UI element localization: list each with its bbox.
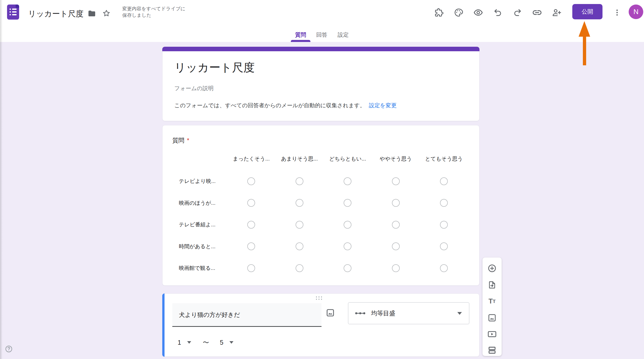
radio-button[interactable] [247, 242, 255, 250]
question-type-value: 均等目盛 [371, 309, 395, 317]
radio-button[interactable] [392, 199, 400, 207]
question-text-value: 犬より猫の方が好きだ [179, 311, 240, 319]
required-asterisk: * [187, 137, 189, 144]
radio-button[interactable] [296, 177, 303, 185]
scale-separator: 〜 [203, 337, 209, 347]
app-bar: リッカート尺度 変更内容をすべてドライブに 保存しました [0, 0, 644, 42]
grid-row: 時間があると... [172, 236, 468, 258]
add-video-icon[interactable] [487, 329, 497, 339]
radio-button[interactable] [440, 242, 448, 250]
scale-from-value[interactable]: 1 [178, 337, 181, 347]
save-status-line2: 保存しました [122, 12, 185, 19]
grid-question-card[interactable]: 質問* まったくそう... あまりそう思... どちらともい... ややそう思う… [162, 125, 479, 286]
row-label: テレビ番組よ... [172, 221, 227, 228]
form-description-placeholder[interactable]: フォームの説明 [174, 85, 214, 92]
radio-button[interactable] [247, 177, 255, 185]
star-icon[interactable] [102, 9, 111, 18]
radio-button[interactable] [344, 221, 351, 229]
scale-to-dropdown-icon[interactable] [229, 341, 233, 344]
theme-palette-icon[interactable] [453, 7, 465, 19]
radio-button[interactable] [247, 221, 255, 229]
active-tab-indicator [291, 40, 310, 42]
account-avatar[interactable]: N [629, 5, 643, 19]
column-header: どちらともい... [324, 154, 372, 164]
window-edge-shadow [0, 0, 3, 359]
theme-color-bar [162, 47, 479, 51]
radio-button[interactable] [440, 177, 448, 185]
scale-from-dropdown-icon[interactable] [187, 341, 191, 344]
radio-button[interactable] [440, 221, 448, 229]
google-forms-editor: リッカート尺度 変更内容をすべてドライブに 保存しました [0, 0, 644, 359]
pointer-arrow [577, 20, 592, 68]
radio-button[interactable] [296, 221, 303, 229]
radio-button[interactable] [296, 199, 303, 207]
redo-icon[interactable] [511, 7, 524, 19]
grid-row: テレビより映... [172, 170, 468, 192]
tab-settings[interactable]: 設定 [338, 31, 349, 39]
document-title[interactable]: リッカート尺度 [28, 9, 84, 19]
grid-row: 映画のほうが... [172, 192, 468, 214]
grid-row: 映画館で観る... [172, 257, 468, 279]
undo-icon[interactable] [492, 7, 504, 19]
question-title: 質問* [172, 136, 189, 144]
form-header-card: リッカート尺度 フォームの説明 このフォームでは、すべての回答者からのメールが自… [162, 47, 479, 121]
save-status-line1: 変更内容をすべてドライブに [122, 6, 185, 12]
grid-column-headers: まったくそう... あまりそう思... どちらともい... ややそう思う とても… [227, 154, 468, 164]
active-card-indicator [162, 293, 165, 357]
extensions-icon[interactable] [433, 7, 445, 19]
row-label: テレビより映... [172, 178, 227, 185]
add-collaborator-icon[interactable] [551, 7, 563, 19]
radio-button[interactable] [344, 242, 351, 250]
email-collection-note: このフォームでは、すべての回答者からのメールが自動的に収集されます。設定を変更 [174, 102, 397, 109]
row-label: 映画館で観る... [172, 265, 227, 272]
question-text-input[interactable]: 犬より猫の方が好きだ [172, 303, 321, 327]
google-forms-logo-icon[interactable] [7, 5, 19, 20]
add-title-icon[interactable]: TT [487, 296, 497, 306]
form-title[interactable]: リッカート尺度 [174, 60, 255, 75]
radio-button[interactable] [344, 177, 351, 185]
radio-button[interactable] [296, 264, 303, 272]
column-header: あまりそう思... [275, 154, 324, 164]
question-toolbar: TT [482, 258, 502, 356]
scale-to-value[interactable]: 5 [220, 337, 223, 347]
radio-button[interactable] [344, 199, 351, 207]
radio-button[interactable] [392, 264, 400, 272]
preview-eye-icon[interactable] [472, 7, 484, 19]
copy-link-icon[interactable] [531, 7, 543, 19]
add-image-icon[interactable] [487, 313, 497, 323]
active-question-card[interactable]: 犬より猫の方が好きだ 均等目盛 1 〜 5 [162, 293, 479, 357]
more-menu-icon[interactable] [611, 7, 623, 19]
add-question-icon[interactable] [487, 263, 497, 273]
grid-row: テレビ番組よ... [172, 214, 468, 236]
publish-button[interactable]: 公開 [572, 4, 602, 19]
save-status: 変更内容をすべてドライブに 保存しました [122, 6, 185, 19]
tab-questions[interactable]: 質問 [295, 31, 306, 39]
radio-button[interactable] [392, 242, 400, 250]
add-section-icon[interactable] [487, 345, 497, 355]
column-header: ややそう思う [372, 154, 420, 164]
import-questions-icon[interactable] [487, 280, 497, 290]
radio-button[interactable] [296, 242, 303, 250]
row-label: 映画のほうが... [172, 199, 227, 207]
chevron-down-icon [457, 312, 462, 315]
grid-rows: テレビより映... 映画のほうが... テレビ番組よ... [172, 170, 468, 279]
radio-button[interactable] [247, 264, 255, 272]
row-label: 時間があると... [172, 243, 227, 250]
add-image-to-question-icon[interactable] [324, 307, 336, 319]
linear-scale-icon [355, 310, 366, 316]
help-icon[interactable] [5, 345, 13, 353]
radio-button[interactable] [247, 199, 255, 207]
radio-button[interactable] [392, 177, 400, 185]
radio-button[interactable] [344, 264, 351, 272]
radio-button[interactable] [440, 264, 448, 272]
drag-handle[interactable] [316, 296, 326, 301]
question-type-dropdown[interactable]: 均等目盛 [348, 302, 469, 324]
folder-icon[interactable] [88, 9, 96, 18]
column-header: とてもそう思う [420, 154, 468, 164]
radio-button[interactable] [440, 199, 448, 207]
tab-responses[interactable]: 回答 [316, 31, 327, 39]
change-settings-link[interactable]: 設定を変更 [369, 102, 397, 109]
column-header: まったくそう... [227, 154, 275, 164]
radio-button[interactable] [392, 221, 400, 229]
